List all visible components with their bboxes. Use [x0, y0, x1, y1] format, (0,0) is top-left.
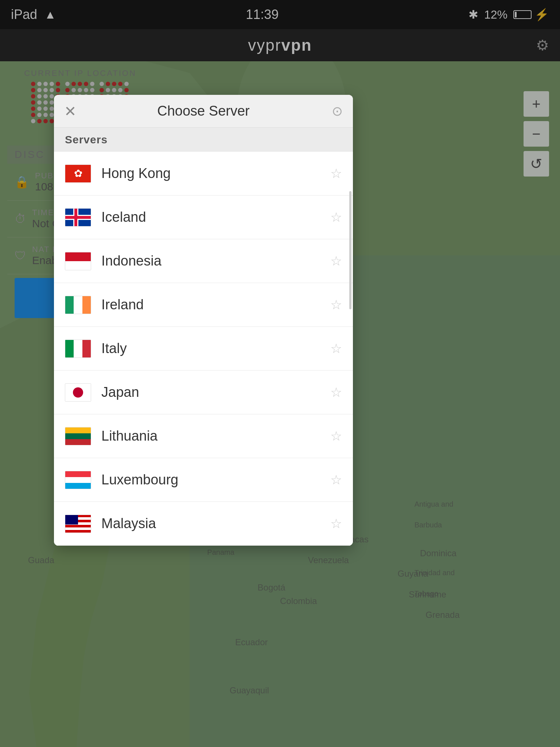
favorite-star-iceland[interactable]: ☆	[330, 210, 342, 225]
flag-ireland	[65, 296, 91, 314]
favorite-star-hong-kong[interactable]: ☆	[330, 166, 342, 181]
favorite-star-ireland[interactable]: ☆	[330, 297, 342, 313]
server-name-indonesia: Indonesia	[101, 253, 330, 269]
server-item-iceland[interactable]: Iceland ☆	[54, 196, 353, 239]
server-name-malaysia: Malaysia	[101, 516, 330, 531]
favorite-star-italy[interactable]: ☆	[330, 341, 342, 356]
flag-indonesia	[65, 252, 91, 270]
flag-italy	[65, 340, 91, 358]
server-item-lithuania[interactable]: Lithuania ☆	[54, 414, 353, 458]
flag-luxembourg	[65, 471, 91, 489]
flag-japan	[65, 383, 91, 402]
server-name-lithuania: Lithuania	[101, 428, 330, 444]
server-name-luxembourg: Luxembourg	[101, 472, 330, 488]
modal-close-button[interactable]: ✕	[64, 103, 77, 120]
server-item-italy[interactable]: Italy ☆	[54, 327, 353, 371]
modal-title: Choose Server	[157, 103, 249, 119]
modal-settings-icon[interactable]: ⊙	[332, 104, 343, 119]
server-item-indonesia[interactable]: Indonesia ☆	[54, 239, 353, 283]
flag-lithuania	[65, 427, 91, 445]
favorite-star-japan[interactable]: ☆	[330, 385, 342, 400]
server-name-hong-kong: Hong Kong	[101, 166, 330, 181]
modal-header: ✕ Choose Server ⊙	[54, 95, 353, 128]
flag-hong-kong	[65, 165, 91, 183]
server-item-japan[interactable]: Japan ☆	[54, 371, 353, 414]
favorite-star-luxembourg[interactable]: ☆	[330, 472, 342, 488]
servers-section-header: Servers	[54, 128, 353, 152]
favorite-star-indonesia[interactable]: ☆	[330, 253, 342, 269]
server-item-hong-kong[interactable]: Hong Kong ☆	[54, 152, 353, 196]
flag-malaysia	[65, 515, 91, 533]
server-name-japan: Japan	[101, 384, 330, 400]
server-name-iceland: Iceland	[101, 209, 330, 225]
server-list: Hong Kong ☆ Iceland ☆	[54, 152, 353, 546]
server-item-luxembourg[interactable]: Luxembourg ☆	[54, 458, 353, 502]
server-item-malaysia[interactable]: Malaysia ☆	[54, 502, 353, 546]
server-name-ireland: Ireland	[101, 297, 330, 313]
flag-iceland	[65, 208, 91, 227]
choose-server-modal: ✕ Choose Server ⊙ Servers Hong Kong ☆	[54, 95, 353, 546]
server-item-ireland[interactable]: Ireland ☆	[54, 283, 353, 327]
favorite-star-malaysia[interactable]: ☆	[330, 516, 342, 531]
favorite-star-lithuania[interactable]: ☆	[330, 429, 342, 444]
server-name-italy: Italy	[101, 341, 330, 356]
scroll-indicator	[349, 191, 351, 309]
